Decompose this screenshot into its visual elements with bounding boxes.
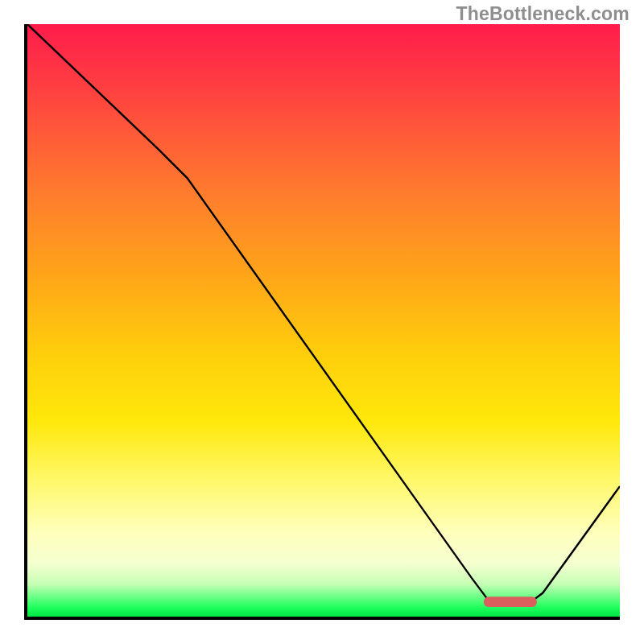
chart-plot-area [24,24,620,620]
optimal-flat-segment-marker [484,597,537,607]
bottleneck-curve-line [27,24,620,602]
attribution-text: TheBottleneck.com [456,3,630,25]
chart-svg [27,24,620,617]
